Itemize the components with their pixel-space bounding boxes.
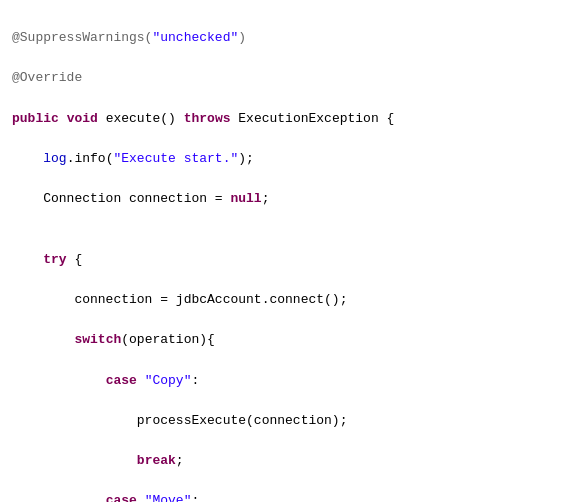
code-line: @Override (12, 68, 571, 88)
code-line: Connection connection = null; (12, 189, 571, 209)
code-line: case "Copy": (12, 371, 571, 391)
code-line: switch(operation){ (12, 330, 571, 350)
code-line: case "Move": (12, 491, 571, 502)
code-line: public void execute() throws ExecutionEx… (12, 109, 571, 129)
code-line: try { (12, 250, 571, 270)
code-line: break; (12, 451, 571, 471)
code-line: connection = jdbcAccount.connect(); (12, 290, 571, 310)
code-line: processExecute(connection); (12, 411, 571, 431)
code-editor: @SuppressWarnings("unchecked") @Override… (0, 0, 583, 502)
code-line: log.info("Execute start."); (12, 149, 571, 169)
code-line: @SuppressWarnings("unchecked") (12, 28, 571, 48)
